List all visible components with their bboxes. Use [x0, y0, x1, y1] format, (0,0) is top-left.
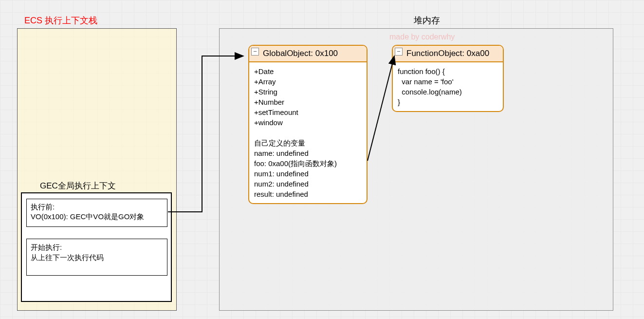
function-object-title: FunctionObject: 0xa00 — [406, 49, 489, 58]
global-object-title: GlobalObject: 0x100 — [263, 49, 338, 58]
gec-title-label: GEC全局执行上下文 — [40, 180, 116, 191]
global-object-header: − GlobalObject: 0x100 — [249, 46, 367, 62]
gec-start-body: 从上往下一次执行代码 — [31, 252, 163, 263]
global-object-box: − GlobalObject: 0x100 +Date +Array +Stri… — [248, 45, 368, 204]
collapse-icon[interactable]: − — [251, 48, 259, 56]
function-object-header: − FunctionObject: 0xa00 — [393, 46, 503, 62]
heap-title-label: 堆内存 — [414, 15, 440, 26]
gec-start-box: 开始执行: 从上往下一次执行代码 — [26, 239, 167, 276]
global-object-body: +Date +Array +String +Number +setTimeoun… — [249, 62, 367, 203]
gec-before-body: VO(0x100): GEC中VO就是GO对象 — [31, 212, 163, 222]
function-object-box: − FunctionObject: 0xa00 function foo() {… — [392, 45, 504, 112]
gec-before-box: 执行前: VO(0x100): GEC中VO就是GO对象 — [26, 199, 167, 227]
function-object-body: function foo() { var name = 'foo' consol… — [393, 62, 503, 111]
ecs-title-label: ECS 执行上下文栈 — [24, 15, 97, 26]
gec-start-label: 开始执行: — [31, 242, 163, 252]
collapse-icon[interactable]: − — [395, 48, 403, 56]
gec-before-label: 执行前: — [31, 202, 163, 212]
